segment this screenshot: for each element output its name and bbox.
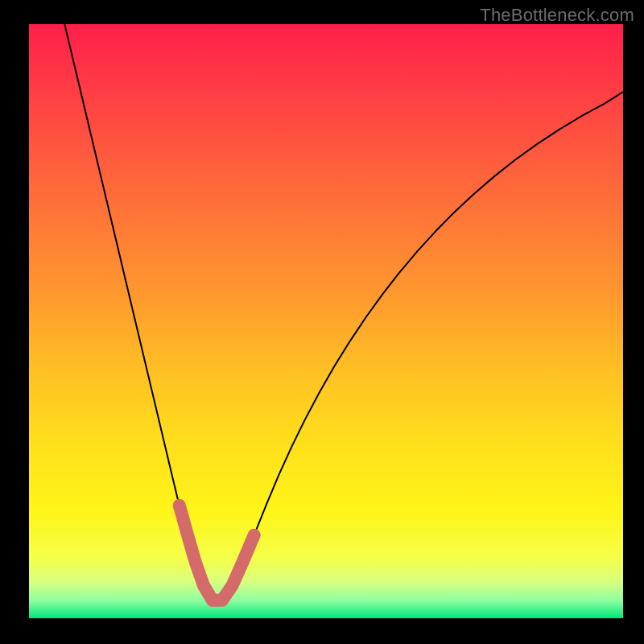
chart-svg <box>29 24 623 618</box>
chart-frame: TheBottleneck.com <box>0 0 644 644</box>
plot-area <box>29 24 623 618</box>
watermark-text: TheBottleneck.com <box>480 5 634 26</box>
minimum-marker <box>180 506 254 601</box>
bottleneck-curve <box>64 24 623 601</box>
